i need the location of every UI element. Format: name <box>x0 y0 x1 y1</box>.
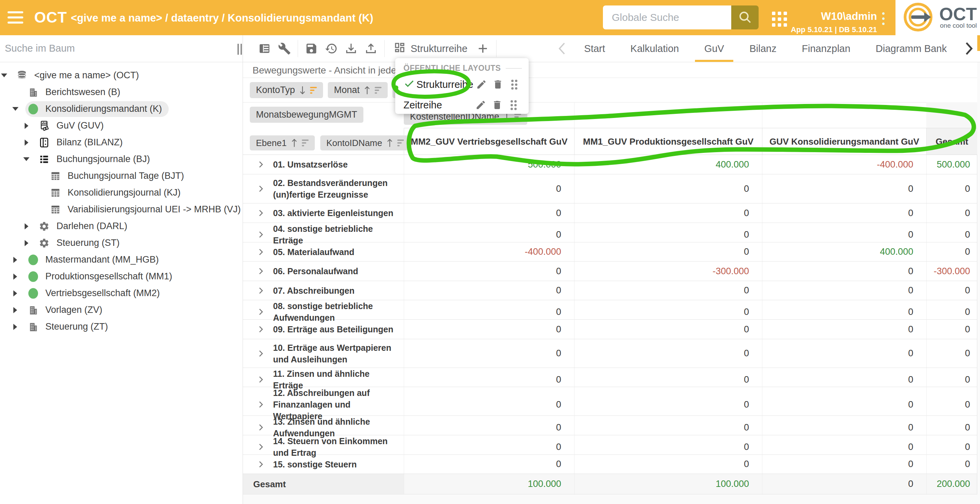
value-cell[interactable]: 0 <box>762 174 926 203</box>
sidebar-item-produktionsgesellschaft-mm1[interactable]: Produktionsgesellschaft (MM1) <box>11 268 243 285</box>
toggle-panel-button[interactable] <box>255 39 274 59</box>
value-cell[interactable]: 0 <box>574 203 762 223</box>
settings-wrench-icon[interactable] <box>274 39 294 59</box>
tab-guv[interactable]: GuV <box>692 35 737 62</box>
value-cell[interactable]: 0 <box>926 203 977 223</box>
value-cell[interactable]: 0 <box>926 281 977 300</box>
drag-handle-icon[interactable] <box>506 80 522 90</box>
value-cell[interactable]: 0 <box>574 455 762 474</box>
edit-icon[interactable] <box>473 100 489 111</box>
tree-expander-icon[interactable] <box>22 122 30 130</box>
layout-name[interactable]: Zeitreihe <box>403 100 473 111</box>
filter-chip-ebene1[interactable]: Ebene1 <box>250 135 315 151</box>
expand-row-icon[interactable] <box>256 349 266 358</box>
value-cell[interactable]: 0 <box>762 281 926 300</box>
tab-kalkulation[interactable]: Kalkulation <box>617 35 692 62</box>
layout-menu-item-strukturreihe[interactable]: Strukturreihe <box>403 76 522 94</box>
sidebar-item-give-me-a-name-oct[interactable]: <give me a name> (OCT) <box>0 67 243 84</box>
panel-resize-handle[interactable] <box>237 44 244 55</box>
expand-row-icon[interactable] <box>256 307 266 317</box>
value-cell[interactable]: 0 <box>404 339 574 368</box>
tree-expander-icon[interactable] <box>0 71 8 80</box>
column-header-mm1-guv-produktionsgesellschaft-guv[interactable]: MM1_GUV Produktionsgesellschaft GuV <box>574 128 762 155</box>
value-cell[interactable]: 0 <box>762 339 926 368</box>
sidebar-item-buchungsjournal-tage-bjt[interactable]: Buchungsjournal Tage (BJT) <box>33 168 243 184</box>
breadcrumb[interactable]: <give me a name> / dataentry / Konsolidi… <box>71 12 373 24</box>
tree-expander-icon[interactable] <box>11 105 19 113</box>
tree-expander-icon[interactable] <box>22 222 30 230</box>
expand-row-icon[interactable] <box>256 400 266 409</box>
column-header-guv-konsolidierungsmandant-guv[interactable]: GUV Konsolidierungsmandant GuV <box>762 128 927 155</box>
value-cell[interactable]: 0 <box>574 242 762 261</box>
sidebar-item-buchungsjournale-bj[interactable]: Buchungsjournale (BJ) <box>22 151 243 168</box>
sidebar-item-variabilisierungsjournal-uei-mrhb-vj[interactable]: Variabilisierungsjournal UEI -> MRHB (VJ… <box>33 201 243 218</box>
tree-expander-icon[interactable] <box>11 323 19 331</box>
value-cell[interactable]: 0 <box>574 339 762 368</box>
value-cell[interactable]: 0 <box>926 339 977 368</box>
global-search-input[interactable] <box>603 5 731 29</box>
value-cell[interactable]: 0 <box>404 262 574 281</box>
expand-row-icon[interactable] <box>256 247 266 257</box>
delete-icon[interactable] <box>489 100 505 111</box>
expand-row-icon[interactable] <box>256 375 266 384</box>
value-cell[interactable]: 0 <box>574 174 762 203</box>
sidebar-item-darlehen-darl[interactable]: Darlehen (DARL) <box>22 218 243 235</box>
value-cell[interactable]: 0 <box>404 281 574 300</box>
expand-row-icon[interactable] <box>256 460 266 469</box>
value-cell[interactable]: 0 <box>574 320 762 339</box>
tabs-scroll-right-icon[interactable] <box>959 35 978 62</box>
drag-handle-icon[interactable] <box>505 100 522 110</box>
tab-diagramm-bank[interactable]: Diagramm Bank <box>863 35 959 62</box>
user-menu-kebab-icon[interactable] <box>882 12 885 28</box>
expand-row-icon[interactable] <box>256 325 266 334</box>
expand-row-icon[interactable] <box>256 266 266 276</box>
sidebar-item-mastermandant-mm-hgb[interactable]: Mastermandant (MM_HGB) <box>11 251 243 268</box>
sidebar-item-konsolidierungsjournal-kj[interactable]: Konsolidierungsjournal (KJ) <box>33 184 243 201</box>
filter-chip-kontotyp[interactable]: KontoTyp <box>250 82 323 98</box>
value-cell[interactable]: 0 <box>762 262 926 281</box>
sidebar-item-berichtswesen-b[interactable]: Berichtswesen (B) <box>11 84 243 100</box>
tab-finanzplan[interactable]: Finanzplan <box>789 35 863 62</box>
layouts-dropdown-button[interactable]: Strukturreihe <box>388 41 473 56</box>
edit-icon[interactable] <box>473 79 490 90</box>
filter-chip-monat[interactable]: Monat <box>328 82 388 98</box>
value-cell[interactable]: 0 <box>404 455 574 474</box>
total-value-cell[interactable]: 100.000 <box>404 474 574 494</box>
tree-search-input[interactable] <box>0 35 219 62</box>
column-header-mm2-guv-vertriebsgesellschaft-guv[interactable]: MM2_GUV Vertriebsgesellschaft GuV <box>404 128 574 155</box>
expand-row-icon[interactable] <box>256 184 266 193</box>
total-value-cell[interactable]: 0 <box>762 474 926 494</box>
expand-row-icon[interactable] <box>256 442 266 452</box>
tree-expander-icon[interactable] <box>22 155 30 163</box>
value-cell[interactable]: 0 <box>926 455 977 474</box>
sidebar-item-steuerung-st[interactable]: Steuerung (ST) <box>22 235 243 251</box>
sidebar-item-konsolidierungsmandant-k[interactable]: Konsolidierungsmandant (K) <box>11 100 243 117</box>
apps-grid-icon[interactable] <box>772 12 788 27</box>
sidebar-item-vertriebsgesellschaft-mm2[interactable]: Vertriebsgesellschaft (MM2) <box>11 285 243 301</box>
value-cell[interactable]: -300.000 <box>574 262 762 281</box>
save-icon[interactable] <box>301 39 321 59</box>
tree-expander-icon[interactable] <box>22 239 30 247</box>
filter-chip-kontoidname[interactable]: KontoIDName <box>320 135 410 151</box>
layout-menu-item-zeitreihe[interactable]: Zeitreihe <box>403 96 522 114</box>
filter-chip-monatsbewegungmgmt[interactable]: MonatsbewegungMGMT <box>250 107 363 123</box>
delete-icon[interactable] <box>490 79 506 90</box>
value-cell[interactable]: 400.000 <box>574 155 762 174</box>
value-cell[interactable]: 500.000 <box>926 155 977 174</box>
layout-name[interactable]: Strukturreihe <box>417 79 473 90</box>
value-cell[interactable]: -400.000 <box>762 155 926 174</box>
history-icon[interactable] <box>321 39 341 59</box>
sidebar-item-steuerung-zt[interactable]: Steuerung (ZT) <box>11 319 243 335</box>
expand-row-icon[interactable] <box>256 230 266 239</box>
value-cell[interactable]: -400.000 <box>404 242 574 261</box>
tab-bilanz[interactable]: Bilanz <box>737 35 789 62</box>
column-header-gesamt[interactable]: Gesamt <box>927 128 978 155</box>
value-cell[interactable]: 0 <box>404 203 574 223</box>
total-value-cell[interactable]: 200.000 <box>926 474 977 494</box>
tree-expander-icon[interactable] <box>11 306 19 314</box>
search-button[interactable] <box>731 5 759 29</box>
tree-expander-icon[interactable] <box>11 273 19 281</box>
expand-row-icon[interactable] <box>256 286 266 295</box>
value-cell[interactable]: 0 <box>404 320 574 339</box>
add-layout-button[interactable] <box>473 39 493 59</box>
